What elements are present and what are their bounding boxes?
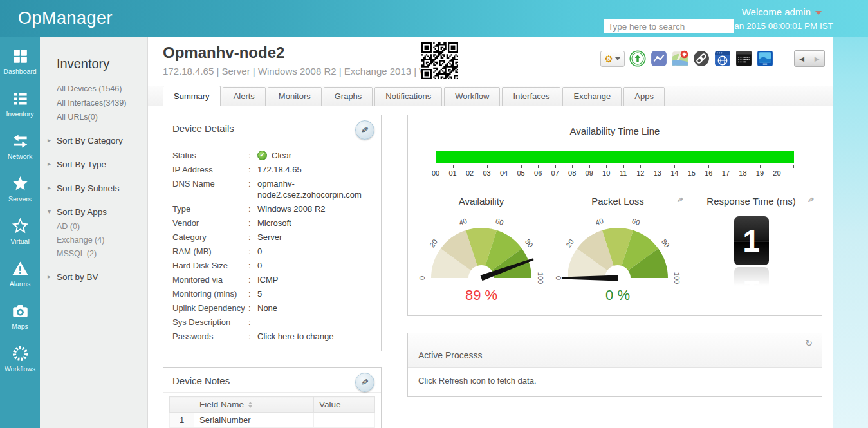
device-detail-label: Passwords (172, 331, 248, 342)
sidebar-item-network[interactable]: Network (0, 133, 40, 160)
device-detail-label: Monitoring (mins) (172, 288, 248, 299)
device-detail-label: Type (172, 203, 248, 214)
web-console-button[interactable] (714, 50, 731, 67)
sidebar-item-label: Inventory (6, 110, 33, 118)
svg-text:40: 40 (595, 217, 604, 227)
device-detail-value: 5 (257, 288, 262, 299)
response-time-counter: 1 (734, 216, 769, 265)
device-detail-row: Passwords:Click here to change (172, 329, 372, 343)
inventory-group[interactable]: ▾Sort By Apps (57, 207, 142, 217)
inventory-link[interactable]: All URLs(0) (57, 113, 142, 122)
sort-icon (248, 402, 252, 408)
device-pager: ◀ ▶ (794, 50, 825, 67)
inventory-subitem[interactable]: Exchange (4) (57, 236, 142, 245)
sidebar-item-label: Network (8, 153, 33, 160)
device-detail-value: 0 (257, 246, 262, 257)
qr-code-image (421, 42, 458, 79)
tab-graphs[interactable]: Graphs (324, 87, 373, 106)
user-menu[interactable]: Welcome admin (742, 6, 822, 17)
graph-button[interactable] (651, 50, 667, 67)
inventory-group[interactable]: ▸Sort by BV (57, 272, 142, 282)
tab-summary[interactable]: Summary (163, 86, 221, 106)
chevron-right-icon: ▸ (48, 136, 51, 144)
sidebar-item-dashboard[interactable]: Dashboard (0, 48, 40, 75)
device-detail-row: Uplink Dependency:None (172, 301, 372, 315)
edit-response-time-button[interactable]: ✎ (807, 195, 815, 205)
inventory-group[interactable]: ▸Sort By Type (57, 160, 142, 169)
edit-device-notes-button[interactable]: ✎ (355, 373, 374, 392)
inventory-subitem[interactable]: MSSQL (2) (57, 249, 142, 258)
sidebar-item-label: Virtual (10, 237, 30, 245)
svg-text:40: 40 (458, 217, 468, 227)
device-tabs: SummaryAlertsMonitorsGraphsNotifications… (148, 86, 833, 106)
active-process-message: Click Refresh icon to fetch data. (408, 368, 822, 396)
svg-text:20: 20 (564, 237, 575, 248)
terminal-button[interactable] (735, 50, 752, 67)
device-detail-row: IP Address:172.18.4.65 (172, 162, 372, 176)
availability-timeline-axis: 0001020304050607080910111213141516171819… (436, 165, 794, 181)
pencil-icon: ✎ (360, 124, 369, 135)
map-button[interactable] (672, 50, 688, 67)
previous-device-button[interactable]: ◀ (794, 50, 809, 67)
settings-dropdown-button[interactable]: ⚙ (600, 51, 625, 67)
search-input[interactable] (604, 19, 734, 33)
refresh-icon[interactable]: ↻ (805, 338, 813, 348)
tab-interfaces[interactable]: Interfaces (502, 87, 560, 106)
inventory-link[interactable]: All Interfaces(3439) (57, 98, 142, 107)
link-button[interactable] (693, 50, 710, 67)
inventory-subitem[interactable]: AD (0) (57, 222, 142, 231)
device-detail-row: Sys Description: (172, 315, 372, 329)
sidebar-item-virtual[interactable]: Virtual (0, 218, 40, 245)
notes-col-field-name[interactable]: Field Name (194, 397, 314, 413)
edit-device-details-button[interactable]: ✎ (355, 120, 374, 140)
sidebar-item-workflows[interactable]: Workflows (0, 345, 40, 373)
sidebar-item-maps[interactable]: Maps (0, 302, 40, 330)
device-detail-value[interactable]: Click here to change (257, 331, 334, 342)
remote-desktop-button[interactable] (757, 50, 773, 67)
device-detail-label: Monitored via (172, 274, 248, 285)
tab-workflow[interactable]: Workflow (444, 87, 500, 106)
device-detail-value: 172.18.4.65 (257, 164, 302, 175)
device-detail-label: Category (172, 232, 248, 243)
device-notes-table: Field Name Value 1SerialNumber (169, 396, 375, 428)
device-detail-label: Hard Disk Size (172, 260, 248, 271)
upload-button[interactable] (629, 50, 646, 67)
tab-alerts[interactable]: Alerts (223, 87, 266, 106)
tab-exchange[interactable]: Exchange (562, 87, 622, 106)
inventory-sidebar: Inventory All Devices (1546)All Interfac… (40, 37, 148, 428)
device-detail-value: Windows 2008 R2 (257, 203, 326, 214)
tab-apps[interactable]: Apps (623, 87, 665, 106)
sidebar-item-inventory[interactable]: Inventory (0, 90, 40, 118)
device-detail-row: Status:✔Clear (172, 148, 372, 162)
sidebar-item-label: Servers (8, 195, 32, 203)
inventory-group[interactable]: ▸Sort By Category (57, 136, 142, 145)
pencil-icon: ✎ (360, 377, 369, 387)
chevron-down-icon: ▾ (48, 208, 51, 215)
device-detail-value: Microsoft (257, 218, 291, 228)
notes-col-value[interactable]: Value (314, 397, 375, 413)
camera-icon (12, 302, 29, 320)
edit-packet-loss-button[interactable]: ✎ (676, 195, 684, 205)
inventory-link[interactable]: All Devices (1546) (57, 84, 142, 93)
chevron-down-icon (815, 11, 822, 15)
next-device-button[interactable]: ▶ (809, 50, 825, 67)
svg-text:60: 60 (495, 217, 504, 227)
status-clear-icon: ✔ (257, 151, 267, 160)
device-detail-row: Monitored via:ICMP (172, 272, 372, 286)
sidebar-item-alarms[interactable]: Alarms (0, 260, 40, 288)
tab-notifications[interactable]: Notifications (374, 87, 442, 106)
sidebar-item-servers[interactable]: Servers (0, 175, 40, 203)
availability-gauge: Availability 020406080100 89 % (413, 196, 549, 304)
arrows-icon (12, 133, 29, 150)
device-detail-value: opmanhv-node2.csez.zohocorpin.com (257, 178, 372, 200)
chevron-right-icon: ▸ (48, 184, 51, 191)
tab-monitors[interactable]: Monitors (268, 87, 322, 106)
inventory-group[interactable]: ▸Sort By Subnets (57, 183, 142, 193)
device-detail-row: Category:Server (172, 230, 372, 244)
arrow-left-icon: ◀ (799, 55, 804, 62)
notes-col-index (170, 397, 194, 413)
sidebar-item-label: Maps (12, 322, 28, 330)
packet-loss-value: 0 % (549, 287, 686, 304)
device-detail-value: None (257, 302, 277, 313)
sidebar-item-label: Dashboard (3, 68, 36, 75)
